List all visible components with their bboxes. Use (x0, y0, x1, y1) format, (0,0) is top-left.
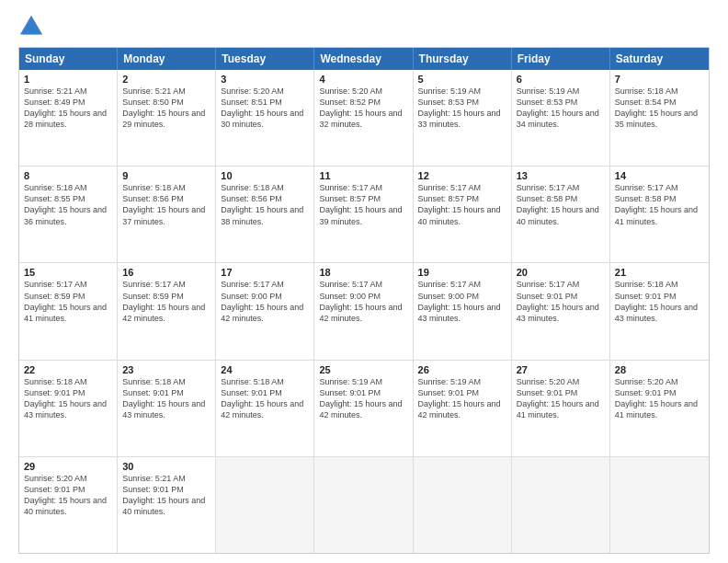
calendar-cell-10: 10Sunrise: 5:18 AMSunset: 8:56 PMDayligh… (216, 167, 314, 262)
day-number: 23 (122, 364, 210, 375)
day-info: Sunrise: 5:19 AMSunset: 9:01 PMDaylight:… (319, 376, 407, 421)
day-info: Sunrise: 5:21 AMSunset: 9:01 PMDaylight:… (122, 473, 210, 518)
calendar-cell-5: 5Sunrise: 5:19 AMSunset: 8:53 PMDaylight… (414, 70, 512, 166)
day-info: Sunrise: 5:20 AMSunset: 9:01 PMDaylight:… (517, 376, 605, 421)
day-number: 27 (517, 364, 605, 375)
day-info: Sunrise: 5:17 AMSunset: 9:00 PMDaylight:… (221, 279, 309, 324)
day-info: Sunrise: 5:18 AMSunset: 9:01 PMDaylight:… (122, 376, 210, 421)
day-info: Sunrise: 5:17 AMSunset: 8:58 PMDaylight:… (615, 182, 704, 227)
calendar-cell-empty (314, 457, 413, 553)
day-info: Sunrise: 5:18 AMSunset: 9:01 PMDaylight:… (615, 279, 704, 324)
day-number: 8 (24, 170, 112, 181)
logo-icon (18, 14, 44, 40)
day-number: 28 (615, 364, 704, 375)
day-info: Sunrise: 5:19 AMSunset: 8:53 PMDaylight:… (517, 86, 605, 131)
calendar-cell-19: 19Sunrise: 5:17 AMSunset: 9:00 PMDayligh… (414, 263, 512, 359)
day-info: Sunrise: 5:17 AMSunset: 9:00 PMDaylight:… (418, 279, 506, 324)
header-day-wednesday: Wednesday (314, 48, 413, 70)
day-number: 13 (517, 170, 605, 181)
calendar-cell-13: 13Sunrise: 5:17 AMSunset: 8:58 PMDayligh… (512, 167, 610, 262)
day-info: Sunrise: 5:20 AMSunset: 9:01 PMDaylight:… (615, 376, 704, 421)
calendar-cell-15: 15Sunrise: 5:17 AMSunset: 8:59 PMDayligh… (19, 263, 118, 359)
calendar-cell-6: 6Sunrise: 5:19 AMSunset: 8:53 PMDaylight… (512, 70, 610, 166)
calendar-cell-25: 25Sunrise: 5:19 AMSunset: 9:01 PMDayligh… (314, 361, 413, 456)
day-info: Sunrise: 5:17 AMSunset: 8:58 PMDaylight:… (517, 182, 605, 227)
calendar-row-2: 15Sunrise: 5:17 AMSunset: 8:59 PMDayligh… (19, 262, 709, 359)
day-number: 12 (418, 170, 506, 181)
day-info: Sunrise: 5:18 AMSunset: 8:54 PMDaylight:… (615, 86, 704, 131)
calendar-header: SundayMondayTuesdayWednesdayThursdayFrid… (19, 48, 709, 70)
header (18, 14, 710, 40)
calendar-row-0: 1Sunrise: 5:21 AMSunset: 8:49 PMDaylight… (19, 70, 709, 166)
calendar-cell-9: 9Sunrise: 5:18 AMSunset: 8:56 PMDaylight… (118, 167, 216, 262)
day-number: 22 (24, 364, 112, 375)
calendar-row-3: 22Sunrise: 5:18 AMSunset: 9:01 PMDayligh… (19, 360, 709, 456)
calendar-cell-20: 20Sunrise: 5:17 AMSunset: 9:01 PMDayligh… (512, 263, 610, 359)
day-info: Sunrise: 5:17 AMSunset: 9:00 PMDaylight:… (319, 279, 407, 324)
calendar-cell-14: 14Sunrise: 5:17 AMSunset: 8:58 PMDayligh… (610, 167, 709, 262)
calendar-cell-24: 24Sunrise: 5:18 AMSunset: 9:01 PMDayligh… (216, 361, 314, 456)
day-info: Sunrise: 5:18 AMSunset: 8:55 PMDaylight:… (24, 182, 112, 227)
day-number: 10 (221, 170, 309, 181)
day-number: 16 (122, 267, 210, 278)
calendar-cell-empty (414, 457, 512, 553)
day-number: 17 (221, 267, 309, 278)
calendar-cell-26: 26Sunrise: 5:19 AMSunset: 9:01 PMDayligh… (414, 361, 512, 456)
day-info: Sunrise: 5:17 AMSunset: 8:59 PMDaylight:… (122, 279, 210, 324)
calendar: SundayMondayTuesdayWednesdayThursdayFrid… (18, 47, 710, 554)
day-info: Sunrise: 5:17 AMSunset: 9:01 PMDaylight:… (517, 279, 605, 324)
day-number: 29 (24, 461, 112, 472)
calendar-body: 1Sunrise: 5:21 AMSunset: 8:49 PMDaylight… (19, 70, 709, 553)
day-info: Sunrise: 5:18 AMSunset: 8:56 PMDaylight:… (221, 182, 309, 227)
day-number: 18 (319, 267, 407, 278)
calendar-cell-27: 27Sunrise: 5:20 AMSunset: 9:01 PMDayligh… (512, 361, 610, 456)
day-number: 3 (221, 74, 309, 85)
calendar-cell-23: 23Sunrise: 5:18 AMSunset: 9:01 PMDayligh… (118, 361, 216, 456)
calendar-cell-17: 17Sunrise: 5:17 AMSunset: 9:00 PMDayligh… (216, 263, 314, 359)
calendar-cell-29: 29Sunrise: 5:20 AMSunset: 9:01 PMDayligh… (19, 457, 118, 553)
day-info: Sunrise: 5:21 AMSunset: 8:49 PMDaylight:… (24, 86, 112, 131)
day-info: Sunrise: 5:20 AMSunset: 9:01 PMDaylight:… (24, 473, 112, 518)
calendar-cell-1: 1Sunrise: 5:21 AMSunset: 8:49 PMDaylight… (19, 70, 118, 166)
day-number: 7 (615, 74, 704, 85)
calendar-cell-16: 16Sunrise: 5:17 AMSunset: 8:59 PMDayligh… (118, 263, 216, 359)
calendar-cell-empty (216, 457, 314, 553)
day-number: 1 (24, 74, 112, 85)
day-number: 5 (418, 74, 506, 85)
calendar-cell-4: 4Sunrise: 5:20 AMSunset: 8:52 PMDaylight… (314, 70, 413, 166)
calendar-cell-empty (512, 457, 610, 553)
day-number: 19 (418, 267, 506, 278)
calendar-cell-empty (610, 457, 709, 553)
day-info: Sunrise: 5:20 AMSunset: 8:52 PMDaylight:… (319, 86, 407, 131)
day-number: 21 (615, 267, 704, 278)
day-number: 25 (319, 364, 407, 375)
day-number: 4 (319, 74, 407, 85)
day-number: 6 (517, 74, 605, 85)
header-day-tuesday: Tuesday (216, 48, 314, 70)
calendar-cell-12: 12Sunrise: 5:17 AMSunset: 8:57 PMDayligh… (414, 167, 512, 262)
day-info: Sunrise: 5:17 AMSunset: 8:59 PMDaylight:… (24, 279, 112, 324)
day-number: 2 (122, 74, 210, 85)
day-number: 14 (615, 170, 704, 181)
logo (18, 14, 48, 40)
day-number: 20 (517, 267, 605, 278)
calendar-row-1: 8Sunrise: 5:18 AMSunset: 8:55 PMDaylight… (19, 166, 709, 262)
day-number: 30 (122, 461, 210, 472)
day-info: Sunrise: 5:21 AMSunset: 8:50 PMDaylight:… (122, 86, 210, 131)
day-number: 11 (319, 170, 407, 181)
calendar-cell-7: 7Sunrise: 5:18 AMSunset: 8:54 PMDaylight… (610, 70, 709, 166)
header-day-thursday: Thursday (414, 48, 512, 70)
calendar-row-4: 29Sunrise: 5:20 AMSunset: 9:01 PMDayligh… (19, 456, 709, 553)
day-number: 26 (418, 364, 506, 375)
calendar-cell-28: 28Sunrise: 5:20 AMSunset: 9:01 PMDayligh… (610, 361, 709, 456)
calendar-cell-11: 11Sunrise: 5:17 AMSunset: 8:57 PMDayligh… (314, 167, 413, 262)
calendar-cell-2: 2Sunrise: 5:21 AMSunset: 8:50 PMDaylight… (118, 70, 216, 166)
page: SundayMondayTuesdayWednesdayThursdayFrid… (0, 0, 728, 563)
header-day-monday: Monday (118, 48, 216, 70)
day-info: Sunrise: 5:18 AMSunset: 8:56 PMDaylight:… (122, 182, 210, 227)
calendar-cell-22: 22Sunrise: 5:18 AMSunset: 9:01 PMDayligh… (19, 361, 118, 456)
day-number: 24 (221, 364, 309, 375)
day-info: Sunrise: 5:17 AMSunset: 8:57 PMDaylight:… (319, 182, 407, 227)
calendar-cell-18: 18Sunrise: 5:17 AMSunset: 9:00 PMDayligh… (314, 263, 413, 359)
day-info: Sunrise: 5:19 AMSunset: 9:01 PMDaylight:… (418, 376, 506, 421)
